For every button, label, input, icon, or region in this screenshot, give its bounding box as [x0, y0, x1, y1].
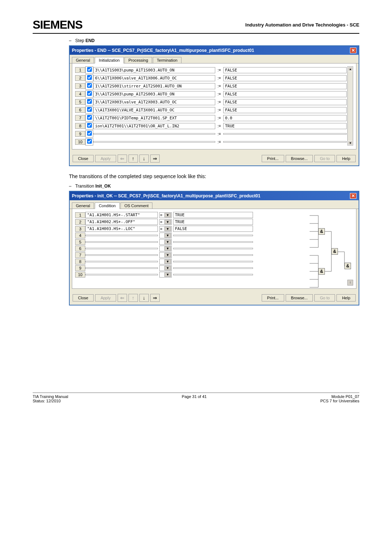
apply-button[interactable]: Apply: [95, 294, 116, 301]
operator-select[interactable]: ▼: [159, 272, 172, 278]
nav-up-icon[interactable]: ↑: [128, 294, 138, 302]
rhs-field[interactable]: FALSE: [223, 107, 347, 113]
rhs-field[interactable]: TRUE: [223, 123, 347, 129]
lhs-field[interactable]: "A1.A1H003.HS+-.LOC": [85, 226, 158, 232]
rhs-field[interactable]: [173, 241, 253, 243]
row-checkbox[interactable]: [85, 90, 93, 98]
tab-initialization[interactable]: Initialization: [95, 57, 123, 63]
nav-first-icon[interactable]: ⇐: [118, 294, 127, 302]
row-checkbox[interactable]: [85, 106, 93, 114]
chevron-down-icon[interactable]: ▼: [164, 220, 171, 224]
lhs-field[interactable]: [93, 133, 215, 135]
lhs-field[interactable]: 3\\A1T2S003\pump_A1T2S003.AUTO_ON: [93, 91, 215, 97]
lhs-field[interactable]: [85, 235, 158, 236]
tab-condition[interactable]: Condition: [95, 202, 119, 209]
goto-button[interactable]: Go to: [314, 155, 335, 162]
operator-select[interactable]: ▼: [159, 259, 172, 264]
operator-select[interactable]: ▼: [159, 239, 172, 245]
operator-select[interactable]: =▼: [159, 226, 172, 232]
lhs-field[interactable]: "A1.A1H001.HS+-.START": [85, 212, 158, 218]
operator-select[interactable]: =▼: [159, 219, 172, 225]
chevron-down-icon[interactable]: ▼: [164, 240, 171, 244]
operator-select[interactable]: ▼: [159, 233, 172, 238]
chevron-down-icon[interactable]: ▼: [164, 253, 171, 257]
rhs-field[interactable]: TRUE: [173, 219, 253, 225]
rhs-field[interactable]: FALSE: [223, 99, 347, 105]
lhs-field[interactable]: [85, 248, 158, 249]
chevron-down-icon[interactable]: ▼: [164, 259, 171, 264]
browse-button[interactable]: Browse...: [286, 155, 313, 162]
scroll-down-icon[interactable]: ▾: [348, 141, 353, 145]
nav-first-icon[interactable]: ⇐: [118, 155, 127, 163]
rhs-field[interactable]: FALSE: [223, 91, 347, 97]
dialog1-close-button[interactable]: ✕: [350, 48, 356, 53]
lhs-field[interactable]: \\A1T2T001\PIDTemp_A1T2T001.SP_EXT: [93, 115, 215, 121]
row-checkbox[interactable]: [85, 138, 93, 145]
lhs-field[interactable]: 3\\A1T1S003\pump_A1T1S003.AUTO_ON: [93, 67, 215, 73]
row-checkbox[interactable]: [85, 130, 93, 138]
rhs-field[interactable]: FALSE: [223, 83, 347, 89]
tab-processing[interactable]: Processing: [124, 57, 152, 63]
nav-last-icon[interactable]: ⇒: [150, 155, 160, 163]
chevron-down-icon[interactable]: ▼: [164, 246, 171, 251]
tab-general[interactable]: General: [72, 202, 94, 209]
chevron-down-icon[interactable]: ▼: [164, 266, 171, 270]
lhs-field[interactable]: 6\\A1T1X006\valve_A1T1X006.AUTO_OC: [93, 75, 215, 81]
row-checkbox[interactable]: [85, 74, 93, 82]
operator-select[interactable]: ▼: [159, 265, 172, 271]
rhs-field[interactable]: FALSE: [223, 75, 347, 81]
lhs-field[interactable]: "A1.A1H002.HS+-.OFF": [85, 219, 158, 225]
row-checkbox[interactable]: [85, 122, 93, 130]
print-button[interactable]: Print...: [262, 294, 284, 301]
apply-button[interactable]: Apply: [95, 155, 116, 162]
lhs-field[interactable]: [85, 274, 158, 275]
lhs-field[interactable]: [85, 254, 158, 256]
scrollbar-vertical[interactable]: ▴ ▾: [347, 66, 353, 145]
nav-down-icon[interactable]: ↓: [139, 294, 149, 302]
operator-select[interactable]: ▼: [159, 252, 172, 258]
chevron-down-icon[interactable]: ▼: [164, 213, 171, 217]
lhs-field[interactable]: \\A1T3X001\VALVE_A1T3X001.AUTO_OC: [93, 107, 215, 113]
rhs-field[interactable]: 0.0: [223, 115, 347, 121]
rhs-field[interactable]: [173, 267, 253, 269]
operator-select[interactable]: =▼: [159, 212, 172, 218]
browse-button[interactable]: Browse...: [286, 294, 313, 301]
nav-up-icon[interactable]: ↑: [128, 155, 138, 163]
rhs-field[interactable]: [173, 261, 253, 262]
lhs-field[interactable]: ion\A1T2T001\\A1T2T001\OR_AUT_L.IN2: [93, 123, 215, 129]
lhs-field[interactable]: [85, 241, 158, 243]
row-checkbox[interactable]: [85, 98, 93, 106]
tab-general[interactable]: General: [72, 57, 94, 63]
dialog2-close-button[interactable]: ✕: [350, 193, 356, 199]
rhs-field[interactable]: TRUE: [173, 212, 253, 218]
rhs-field[interactable]: FALSE: [173, 226, 253, 232]
nav-down-icon[interactable]: ↓: [139, 155, 149, 163]
row-checkbox[interactable]: [85, 114, 93, 122]
lhs-field[interactable]: [85, 261, 158, 262]
lhs-field[interactable]: 3\\A1T2X003\valve_A1T2X003.AUTO_OC: [93, 99, 215, 105]
operator-select[interactable]: ▼: [159, 246, 172, 251]
close-button[interactable]: Close: [73, 155, 94, 162]
lhs-field[interactable]: [93, 141, 215, 143]
tab-termination[interactable]: Termination: [153, 57, 181, 63]
help-button[interactable]: Help: [336, 155, 356, 162]
chevron-down-icon[interactable]: ▼: [164, 233, 171, 238]
rhs-field[interactable]: FALSE: [223, 67, 347, 73]
lhs-field[interactable]: [85, 267, 158, 269]
rhs-field[interactable]: [173, 274, 253, 275]
chevron-down-icon[interactable]: ▼: [164, 227, 171, 231]
rhs-field[interactable]: [173, 254, 253, 256]
chevron-down-icon[interactable]: ▼: [164, 272, 171, 277]
scroll-up-icon[interactable]: ▴: [348, 67, 353, 71]
rhs-field[interactable]: [173, 248, 253, 249]
nav-last-icon[interactable]: ⇒: [150, 294, 160, 302]
rhs-field[interactable]: [223, 133, 347, 135]
rhs-field[interactable]: [173, 235, 253, 236]
close-button[interactable]: Close: [73, 294, 94, 301]
row-checkbox[interactable]: [85, 82, 93, 90]
row-checkbox[interactable]: [85, 66, 93, 74]
lhs-field[interactable]: 1\\A1T2S001\stirrer_A1T2S001.AUTO_ON: [93, 83, 215, 89]
rhs-field[interactable]: [223, 141, 347, 143]
tab-os-comment[interactable]: OS Comment: [121, 202, 153, 209]
print-button[interactable]: Print...: [262, 155, 284, 162]
